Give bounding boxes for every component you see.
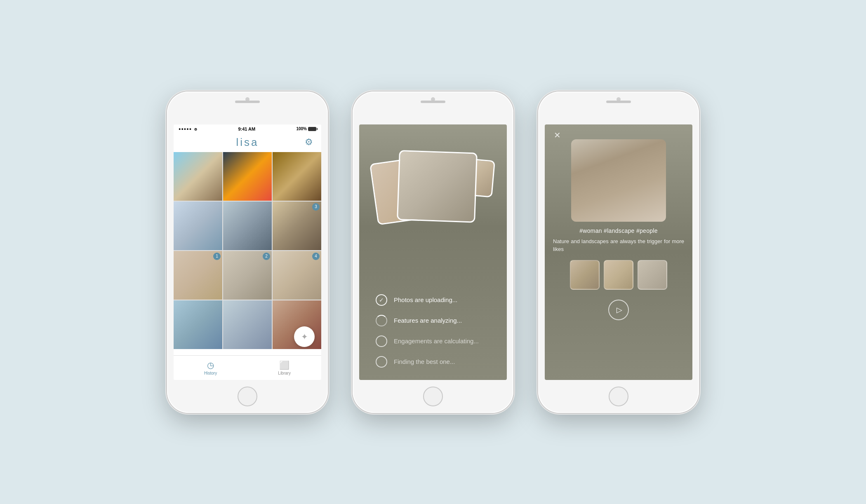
close-button[interactable]: ✕ bbox=[551, 129, 563, 141]
photo-cell-4[interactable] bbox=[174, 202, 222, 250]
phone2-speaker bbox=[421, 101, 445, 103]
photo-stack bbox=[359, 133, 507, 240]
status-item-2: Features are analyzing... bbox=[376, 315, 490, 326]
photo-10 bbox=[174, 300, 222, 349]
photo-1 bbox=[174, 152, 222, 201]
thumbnail-1[interactable] bbox=[570, 260, 600, 290]
page-background: ●●●●● ⌾ 9:41 AM 100% lisa bbox=[0, 0, 866, 504]
phone1-status-bar: ●●●●● ⌾ 9:41 AM 100% bbox=[174, 124, 321, 134]
check-icon-1: ✓ bbox=[379, 297, 384, 303]
app-title: lisa bbox=[192, 136, 303, 149]
tab-history[interactable]: ◷ History bbox=[204, 360, 217, 375]
phone1-speaker bbox=[235, 101, 260, 103]
photo-cell-8[interactable]: 2 bbox=[223, 251, 272, 300]
status-item-4: Finding the best one... bbox=[376, 356, 490, 368]
photo-grid: 3 1 2 bbox=[174, 152, 321, 349]
status-circle-4 bbox=[376, 356, 387, 368]
badge-3: 3 bbox=[312, 203, 320, 211]
result-screen: ✕ #woman #landscape #people Nature and l… bbox=[545, 124, 692, 380]
photo-cell-6[interactable]: 3 bbox=[273, 202, 321, 250]
photo-cell-11[interactable] bbox=[223, 300, 272, 349]
photo-4 bbox=[174, 202, 222, 250]
send-icon: ▷ bbox=[617, 305, 622, 314]
phone2-home-button[interactable] bbox=[423, 387, 443, 406]
photo-5 bbox=[223, 202, 272, 250]
phone3-screen: ✕ #woman #landscape #people Nature and l… bbox=[545, 124, 692, 380]
status-circle-3 bbox=[376, 335, 387, 347]
upload-screen: ✓ Photos are uploading... Features are a… bbox=[359, 124, 507, 380]
phones-container: ●●●●● ⌾ 9:41 AM 100% lisa bbox=[151, 75, 715, 429]
battery-percent: 100% bbox=[296, 127, 307, 131]
library-icon: ⬜ bbox=[279, 360, 289, 370]
phone1: ●●●●● ⌾ 9:41 AM 100% lisa bbox=[167, 91, 328, 413]
phone1-screen: ●●●●● ⌾ 9:41 AM 100% lisa bbox=[174, 124, 321, 380]
badge-1: 1 bbox=[213, 253, 221, 260]
wand-icon: ✦ bbox=[301, 332, 308, 342]
status-label-4: Finding the best one... bbox=[394, 358, 455, 365]
upload-status-list: ✓ Photos are uploading... Features are a… bbox=[359, 282, 507, 380]
status-circle-1: ✓ bbox=[376, 294, 387, 306]
status-label-1: Photos are uploading... bbox=[394, 296, 457, 303]
badge-2: 2 bbox=[263, 253, 270, 260]
signal-area: ●●●●● ⌾ bbox=[179, 127, 197, 131]
result-caption: Nature and landscapes are always the tri… bbox=[545, 237, 692, 253]
status-item-1: ✓ Photos are uploading... bbox=[376, 294, 490, 306]
photo-11 bbox=[223, 300, 272, 349]
status-label-2: Features are analyzing... bbox=[394, 317, 462, 324]
status-label-3: Engagements are calculating... bbox=[394, 338, 479, 345]
photo-cell-7[interactable]: 1 bbox=[174, 251, 222, 300]
photo-cell-9[interactable]: 4 bbox=[273, 251, 321, 300]
status-time: 9:41 AM bbox=[238, 127, 255, 131]
photo-cell-1[interactable] bbox=[174, 152, 222, 201]
battery-icon bbox=[308, 127, 316, 131]
result-thumbnails bbox=[562, 253, 675, 296]
battery-area: 100% bbox=[296, 127, 316, 131]
phone3: ✕ #woman #landscape #people Nature and l… bbox=[538, 91, 699, 413]
settings-button[interactable]: ⚙ bbox=[303, 136, 315, 148]
history-icon: ◷ bbox=[207, 360, 214, 370]
app-header: lisa ⚙ bbox=[174, 134, 321, 152]
thumbnail-2[interactable] bbox=[604, 260, 633, 290]
wifi-icon: ⌾ bbox=[194, 127, 197, 131]
tab-library[interactable]: ⬜ Library bbox=[278, 360, 291, 375]
photo-cell-5[interactable] bbox=[223, 202, 272, 250]
phone2-screen: ✓ Photos are uploading... Features are a… bbox=[359, 124, 507, 380]
photo-2 bbox=[223, 152, 272, 201]
result-main-photo bbox=[571, 139, 666, 222]
share-button[interactable]: ▷ bbox=[608, 300, 629, 320]
gear-icon: ⚙ bbox=[305, 137, 313, 148]
phone3-home-button[interactable] bbox=[609, 387, 628, 406]
photo-cell-3[interactable] bbox=[273, 152, 321, 201]
photo-cell-2[interactable] bbox=[223, 152, 272, 201]
result-tags: #woman #landscape #people bbox=[571, 222, 666, 237]
tab-bar: ◷ History ⬜ Library bbox=[174, 355, 321, 380]
photo-cell-10[interactable] bbox=[174, 300, 222, 349]
photo-3 bbox=[273, 152, 321, 201]
signal-dots: ●●●●● bbox=[179, 127, 192, 131]
phone3-speaker bbox=[606, 101, 631, 103]
thumbnail-3[interactable] bbox=[638, 260, 667, 290]
magic-wand-button[interactable]: ✦ bbox=[294, 326, 315, 347]
stack-photo-2 bbox=[397, 150, 478, 223]
tab-library-label: Library bbox=[278, 371, 291, 375]
close-icon: ✕ bbox=[554, 130, 561, 140]
phone1-home-button[interactable] bbox=[238, 387, 257, 406]
tab-history-label: History bbox=[204, 371, 217, 375]
badge-4: 4 bbox=[312, 253, 320, 260]
status-circle-2 bbox=[376, 315, 387, 326]
status-item-3: Engagements are calculating... bbox=[376, 335, 490, 347]
phone2: ✓ Photos are uploading... Features are a… bbox=[353, 91, 513, 413]
battery-fill bbox=[308, 127, 316, 131]
